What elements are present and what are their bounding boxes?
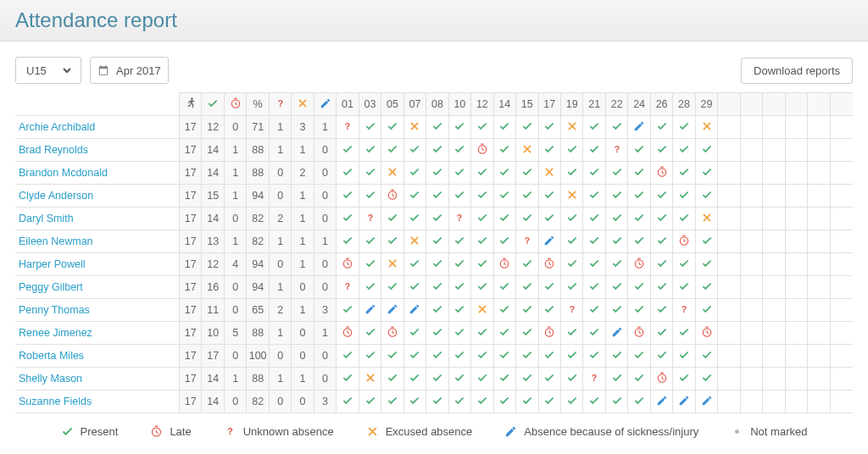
table-row: Renee Jimenez1710588101 bbox=[15, 322, 853, 345]
status-icon bbox=[588, 395, 600, 407]
status-icon bbox=[633, 303, 645, 315]
status-icon bbox=[701, 143, 713, 155]
status-icon bbox=[364, 303, 376, 315]
status-icon bbox=[701, 166, 713, 178]
status-icon bbox=[566, 326, 578, 338]
status-icon bbox=[521, 212, 533, 224]
player-link[interactable]: Peggy Gilbert bbox=[19, 281, 83, 293]
header-day-01: 01 bbox=[337, 93, 359, 116]
status-icon bbox=[409, 349, 420, 361]
status-icon: ? bbox=[453, 212, 465, 224]
status-icon bbox=[453, 303, 465, 315]
header-name-col bbox=[15, 93, 180, 116]
player-link[interactable]: Brad Reynolds bbox=[19, 144, 88, 156]
status-icon bbox=[453, 235, 465, 246]
player-link[interactable]: Brandon Mcdonald bbox=[19, 167, 108, 179]
status-icon bbox=[656, 349, 668, 361]
team-select[interactable]: U15 bbox=[15, 57, 81, 84]
status-icon bbox=[453, 166, 465, 178]
status-icon bbox=[498, 166, 510, 178]
status-icon bbox=[566, 372, 578, 384]
status-icon bbox=[678, 372, 690, 384]
status-icon bbox=[476, 257, 488, 269]
status-icon bbox=[543, 349, 555, 361]
status-icon bbox=[611, 372, 623, 384]
status-icon bbox=[453, 120, 465, 132]
player-link[interactable]: Eileen Newman bbox=[19, 235, 93, 247]
table-row: Harper Powell1712494010 bbox=[15, 253, 853, 276]
header-day-28: 28 bbox=[673, 93, 695, 116]
status-icon bbox=[364, 349, 376, 361]
status-icon bbox=[476, 280, 488, 292]
status-icon bbox=[656, 395, 668, 407]
status-icon bbox=[342, 143, 353, 155]
status-icon bbox=[566, 189, 578, 201]
header-day-21: 21 bbox=[583, 93, 605, 116]
player-link[interactable]: Harper Powell bbox=[19, 258, 86, 270]
status-icon bbox=[566, 395, 578, 407]
player-link[interactable]: Archie Archibald bbox=[19, 121, 95, 133]
status-icon bbox=[678, 395, 690, 407]
svg-text:?: ? bbox=[525, 235, 530, 245]
status-icon bbox=[342, 349, 353, 361]
status-icon bbox=[409, 189, 420, 201]
status-icon bbox=[431, 326, 443, 338]
status-icon bbox=[342, 189, 353, 201]
header-day-15: 15 bbox=[516, 93, 538, 116]
status-icon bbox=[387, 212, 398, 224]
status-icon bbox=[566, 235, 578, 246]
download-reports-button[interactable]: Download reports bbox=[741, 58, 853, 84]
player-link[interactable]: Clyde Anderson bbox=[19, 190, 93, 202]
team-select-input[interactable]: U15 bbox=[23, 64, 74, 78]
status-icon bbox=[498, 189, 510, 201]
table-row: Archie Archibald1712071131? bbox=[15, 116, 853, 139]
status-icon bbox=[633, 280, 645, 292]
table-row: Clyde Anderson1715194010 bbox=[15, 185, 853, 208]
status-icon bbox=[409, 372, 420, 384]
status-icon bbox=[409, 212, 420, 224]
status-icon bbox=[409, 395, 420, 407]
status-icon bbox=[364, 189, 376, 201]
status-icon bbox=[656, 257, 668, 269]
player-link[interactable]: Roberta Miles bbox=[19, 350, 84, 362]
header-stat-6 bbox=[314, 93, 336, 116]
status-icon bbox=[409, 326, 420, 338]
header-day-12: 12 bbox=[471, 93, 493, 116]
svg-line-49 bbox=[348, 263, 349, 264]
status-icon bbox=[588, 212, 600, 224]
svg-text:?: ? bbox=[457, 212, 462, 222]
player-link[interactable]: Daryl Smith bbox=[19, 213, 74, 224]
runner-icon bbox=[184, 97, 197, 109]
status-icon bbox=[498, 395, 510, 407]
table-row: Eileen Newman1713182111? bbox=[15, 230, 853, 253]
table-row: Roberta Miles17170100000 bbox=[15, 345, 853, 368]
status-icon bbox=[453, 349, 465, 361]
player-link[interactable]: Renee Jimenez bbox=[19, 327, 92, 339]
status-icon bbox=[543, 189, 555, 201]
status-icon bbox=[588, 349, 600, 361]
header-stat-2 bbox=[224, 93, 246, 116]
svg-text:?: ? bbox=[367, 212, 372, 222]
svg-line-88 bbox=[707, 332, 709, 333]
month-picker[interactable]: Apr 2017 bbox=[90, 57, 169, 84]
status-icon bbox=[678, 326, 690, 338]
table-row: Brandon Mcdonald1714188020 bbox=[15, 162, 853, 185]
player-link[interactable]: Penny Thomas bbox=[19, 304, 90, 316]
status-icon bbox=[453, 189, 465, 201]
status-icon bbox=[588, 326, 600, 338]
status-icon bbox=[656, 303, 668, 315]
status-icon bbox=[453, 395, 465, 407]
status-icon bbox=[678, 189, 690, 201]
player-link[interactable]: Shelly Mason bbox=[19, 373, 82, 385]
header-day-26: 26 bbox=[650, 93, 672, 116]
player-link[interactable]: Suzanne Fields bbox=[19, 396, 92, 407]
status-icon bbox=[656, 166, 668, 178]
dot-icon bbox=[731, 425, 743, 438]
status-icon bbox=[431, 189, 443, 201]
status-icon bbox=[633, 143, 645, 155]
status-icon bbox=[611, 395, 623, 407]
svg-line-59 bbox=[549, 263, 551, 264]
status-icon bbox=[633, 372, 645, 384]
svg-line-45 bbox=[684, 241, 686, 241]
question-icon: ? bbox=[224, 425, 236, 438]
